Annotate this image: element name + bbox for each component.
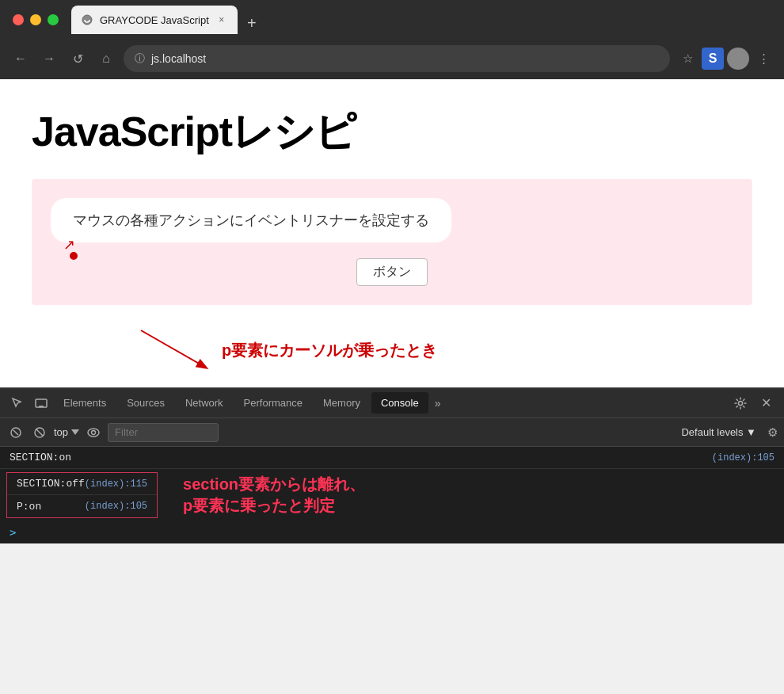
console-settings-icon[interactable]: ⚙ [767,425,778,440]
console-input[interactable] [22,527,774,539]
bookmark-button[interactable]: ☆ [676,48,698,70]
more-tabs-button[interactable]: » [430,394,446,413]
menu-button[interactable]: ⋮ [752,48,774,70]
active-tab[interactable]: GRAYCODE JavaScript × [71,6,238,34]
new-tab-button[interactable]: + [241,12,263,34]
devtools-settings-button[interactable] [729,392,752,414]
annotation-text: p要素にカーソルが乗ったとき [222,340,752,361]
demo-paragraph: マウスの各種アクションにイベントリスナーを設定する ↖ [51,198,451,242]
block-icon[interactable] [30,423,49,442]
page-content: JavaScriptレシピ マウスの各種アクションにイベントリスナーを設定する … [0,79,784,324]
tab-favicon [81,13,93,26]
console-group-box: SECTION:off (index):115 P:on (index):105 [6,472,158,518]
extension-icon[interactable]: S [702,48,724,70]
reload-button[interactable]: ↺ [67,48,89,70]
clear-console-button[interactable] [6,423,25,442]
tab-close-button[interactable]: × [215,13,228,26]
demo-section: マウスの各種アクションにイベントリスナーを設定する ↖ ボタン [32,179,752,305]
profile-avatar[interactable] [727,48,749,70]
address-input-wrapper[interactable]: ⓘ js.localhost [124,45,670,72]
home-button[interactable]: ⌂ [95,48,117,70]
lock-icon: ⓘ [135,51,145,66]
console-input-line[interactable]: > [0,521,784,543]
title-bar: GRAYCODE JavaScript × + [0,0,784,38]
traffic-lights [13,14,59,25]
console-filter-input[interactable] [108,423,219,442]
console-toolbar: top Default levels ▼ ⚙ [0,418,784,447]
demo-button[interactable]: ボタン [356,258,428,286]
tab-network[interactable]: Network [176,392,233,414]
cursor-icon: ↖ [63,236,75,254]
devtools-close-button[interactable]: ✕ [755,392,778,414]
console-line-p-on: P:on (index):105 [7,495,157,517]
svg-point-4 [739,401,743,405]
svg-point-0 [82,15,92,25]
tab-console[interactable]: Console [371,392,428,414]
console-location-section-on: (index):105 [712,452,774,463]
close-button[interactable] [13,14,24,25]
console-text-section-on: SECTION:on [10,452,71,463]
console-annotation-text: section要素からは離れ、 p要素に乗ったと判定 [183,474,365,517]
demo-button-wrapper: ボタン [51,258,733,286]
minimize-button[interactable] [30,14,41,25]
cursor-dot [70,252,78,260]
forward-button[interactable]: → [38,48,60,70]
tab-sources[interactable]: Sources [117,392,174,414]
console-output: SECTION:on (index):105 SECTION:off (inde… [0,447,784,543]
devtools: Elements Sources Network Performance Mem… [0,387,784,543]
svg-rect-3 [39,406,44,407]
console-line-section-off: SECTION:off (index):115 [7,473,157,495]
back-button[interactable]: ← [10,48,32,70]
tab-memory[interactable]: Memory [314,392,370,414]
tab-performance[interactable]: Performance [234,392,312,414]
console-prompt: > [10,526,16,539]
annotation-area: p要素にカーソルが乗ったとき [0,324,784,387]
inspect-element-button[interactable] [6,392,29,414]
page-title: JavaScriptレシピ [32,105,752,160]
console-line-section-on: SECTION:on (index):105 [0,447,784,469]
address-bar: ← → ↺ ⌂ ⓘ js.localhost ☆ S ⋮ [0,38,784,79]
browser-chrome: GRAYCODE JavaScript × + ← → ↺ ⌂ ⓘ js.loc… [0,0,784,79]
console-annotation: section要素からは離れ、 p要素に乗ったと判定 [177,469,365,521]
console-group-area: SECTION:off (index):115 P:on (index):105… [0,469,784,521]
context-selector[interactable]: top [54,426,79,438]
tab-elements[interactable]: Elements [54,392,116,414]
address-actions: ☆ S ⋮ [676,48,774,70]
svg-line-6 [13,430,18,435]
svg-point-10 [92,430,96,434]
devtools-toolbar: Elements Sources Network Performance Mem… [0,388,784,418]
eye-icon[interactable] [84,423,103,442]
svg-line-1 [141,330,206,368]
svg-line-8 [36,429,43,435]
maximize-button[interactable] [48,14,59,25]
tab-title: GRAYCODE JavaScript [100,14,209,26]
tab-bar: GRAYCODE JavaScript × + [71,6,771,34]
device-toggle-button[interactable] [30,392,52,414]
address-text: js.localhost [151,52,206,65]
svg-point-9 [88,429,99,437]
default-levels-dropdown[interactable]: Default levels ▼ [681,426,756,438]
